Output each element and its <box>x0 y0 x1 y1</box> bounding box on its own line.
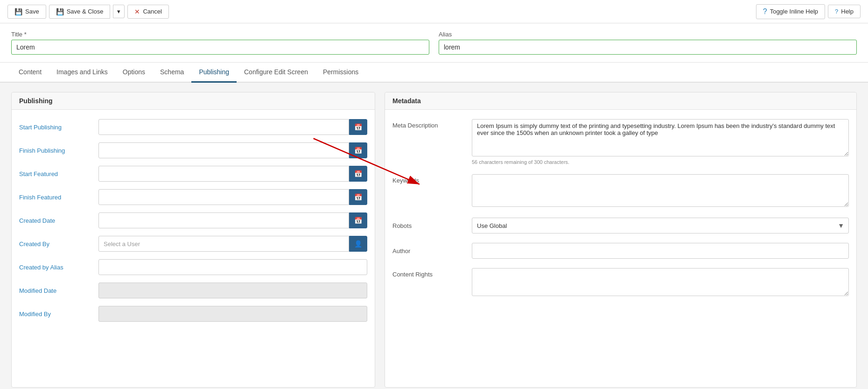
content-rights-textarea[interactable] <box>472 268 849 296</box>
start-featured-calendar-btn[interactable]: 📅 <box>349 166 367 182</box>
created-by-alias-row: Created by Alias <box>19 259 367 275</box>
finish-featured-input[interactable] <box>98 189 349 205</box>
tab-permissions[interactable]: Permissions <box>315 63 366 83</box>
tab-content[interactable]: Content <box>11 63 49 83</box>
form-header: Title * Alias <box>0 23 868 63</box>
char-count: 56 characters remaining of 300 character… <box>472 159 849 165</box>
created-date-calendar-btn[interactable]: 📅 <box>349 212 367 228</box>
start-publishing-calendar-btn[interactable]: 📅 <box>349 119 367 135</box>
content-rights-wrapper <box>472 268 849 297</box>
meta-description-textarea[interactable]: Lorem Ipsum is simply dummy text of the … <box>472 119 849 156</box>
keywords-label: Keywords <box>392 174 467 184</box>
author-row: Author <box>392 243 849 259</box>
cancel-icon: ✕ <box>134 8 140 15</box>
tab-publishing[interactable]: Publishing <box>191 63 237 83</box>
start-publishing-input[interactable] <box>98 119 349 135</box>
user-icon: 👤 <box>354 240 362 248</box>
created-date-row: Created Date 📅 <box>19 212 367 228</box>
save-icon: 💾 <box>14 8 22 15</box>
robots-wrapper: Use Global Index, Follow No Index, No Fo… <box>472 218 849 233</box>
publishing-panel-header: Publishing <box>12 92 375 110</box>
author-label: Author <box>392 248 467 255</box>
created-date-input[interactable] <box>98 212 349 228</box>
toolbar-left: 💾 Save 💾 Save & Close ▾ ✕ Cancel <box>7 5 169 19</box>
created-by-row: Created By Select a User 👤 <box>19 236 367 252</box>
calendar-icon-4: 📅 <box>354 193 362 201</box>
calendar-icon-3: 📅 <box>354 170 362 177</box>
tab-schema[interactable]: Schema <box>153 63 191 83</box>
created-by-alias-label: Created by Alias <box>19 264 94 271</box>
modified-date-label: Modified Date <box>19 287 94 294</box>
tab-options[interactable]: Options <box>115 63 153 83</box>
start-publishing-label: Start Publishing <box>19 124 94 131</box>
content-rights-row: Content Rights <box>392 268 849 297</box>
created-by-wrapper: Select a User 👤 <box>98 236 367 252</box>
title-label: Title * <box>11 31 429 38</box>
modified-date-row: Modified Date <box>19 283 367 298</box>
finish-featured-wrapper: 📅 <box>98 189 367 205</box>
start-publishing-wrapper: 📅 <box>98 119 367 135</box>
save-dropdown-button[interactable]: ▾ <box>113 5 125 18</box>
calendar-icon: 📅 <box>354 123 362 131</box>
chevron-down-icon: ▾ <box>117 8 120 15</box>
created-by-alias-input[interactable] <box>98 259 367 275</box>
title-input[interactable] <box>11 40 429 55</box>
cancel-button[interactable]: ✕ Cancel <box>127 5 168 19</box>
toolbar: 💾 Save 💾 Save & Close ▾ ✕ Cancel ? Toggl… <box>0 0 868 23</box>
main-content: Publishing Start Publishing 📅 Finish Pub… <box>0 83 868 389</box>
metadata-panel-header: Metadata <box>385 92 856 110</box>
modified-by-wrapper <box>98 306 367 322</box>
meta-description-label: Meta Description <box>392 119 467 129</box>
save-close-icon: 💾 <box>56 8 64 15</box>
meta-description-row: Meta Description Lorem Ipsum is simply d… <box>392 119 849 165</box>
author-input[interactable] <box>472 243 849 259</box>
robots-select[interactable]: Use Global Index, Follow No Index, No Fo… <box>472 218 849 233</box>
finish-publishing-wrapper: 📅 <box>98 142 367 158</box>
created-by-user-btn[interactable]: 👤 <box>349 236 367 252</box>
content-rights-label: Content Rights <box>392 268 467 278</box>
calendar-icon-2: 📅 <box>354 147 362 154</box>
finish-publishing-input[interactable] <box>98 142 349 158</box>
tab-bar: Content Images and Links Options Schema … <box>0 63 868 83</box>
finish-featured-calendar-btn[interactable]: 📅 <box>349 189 367 205</box>
finish-publishing-calendar-btn[interactable]: 📅 <box>349 142 367 158</box>
created-by-placeholder[interactable]: Select a User <box>98 236 349 252</box>
help-button[interactable]: ? Help <box>828 5 861 18</box>
modified-date-input <box>98 283 367 298</box>
meta-description-wrapper: Lorem Ipsum is simply dummy text of the … <box>472 119 849 165</box>
author-wrapper <box>472 243 849 259</box>
question-circle-icon: ? <box>763 7 767 16</box>
robots-row: Robots Use Global Index, Follow No Index… <box>392 218 849 233</box>
alias-field-group: Alias <box>439 31 857 55</box>
keywords-textarea[interactable] <box>472 174 849 207</box>
keywords-row: Keywords <box>392 174 849 208</box>
created-by-label: Created By <box>19 240 94 248</box>
tab-images-links[interactable]: Images and Links <box>49 63 115 83</box>
start-featured-input[interactable] <box>98 166 349 182</box>
toggle-help-button[interactable]: ? Toggle Inline Help <box>756 4 825 19</box>
publishing-panel-body: Start Publishing 📅 Finish Publishing 📅 <box>12 110 375 339</box>
finish-featured-label: Finish Featured <box>19 194 94 201</box>
title-field-group: Title * <box>11 31 429 55</box>
metadata-panel-body: Meta Description Lorem Ipsum is simply d… <box>385 110 856 316</box>
start-publishing-row: Start Publishing 📅 <box>19 119 367 135</box>
save-button[interactable]: 💾 Save <box>7 5 46 19</box>
modified-by-input <box>98 306 367 322</box>
toolbar-right: ? Toggle Inline Help ? Help <box>756 4 861 19</box>
alias-input[interactable] <box>439 40 857 55</box>
calendar-icon-5: 📅 <box>354 217 362 224</box>
keywords-wrapper <box>472 174 849 208</box>
created-date-label: Created Date <box>19 217 94 224</box>
created-by-alias-wrapper <box>98 259 367 275</box>
alias-label: Alias <box>439 31 857 38</box>
start-featured-row: Start Featured 📅 <box>19 166 367 182</box>
save-close-button[interactable]: 💾 Save & Close <box>49 5 111 19</box>
tab-configure-edit[interactable]: Configure Edit Screen <box>237 63 315 83</box>
modified-date-wrapper <box>98 283 367 298</box>
created-date-wrapper: 📅 <box>98 212 367 228</box>
finish-featured-row: Finish Featured 📅 <box>19 189 367 205</box>
help-icon: ? <box>835 8 838 15</box>
modified-by-label: Modified By <box>19 311 94 318</box>
start-featured-label: Start Featured <box>19 170 94 177</box>
start-featured-wrapper: 📅 <box>98 166 367 182</box>
